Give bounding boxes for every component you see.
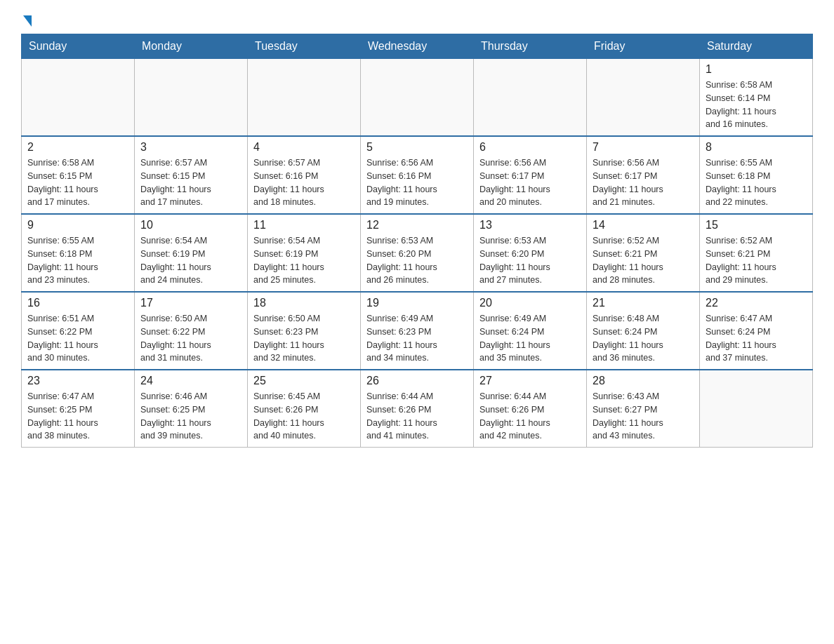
calendar-cell: 13Sunrise: 6:53 AMSunset: 6:20 PMDayligh… — [474, 214, 587, 292]
calendar-cell: 8Sunrise: 6:55 AMSunset: 6:18 PMDaylight… — [700, 136, 813, 214]
calendar-cell: 1Sunrise: 6:58 AMSunset: 6:14 PMDaylight… — [700, 59, 813, 137]
day-number: 15 — [706, 219, 807, 232]
day-info: Sunrise: 6:49 AMSunset: 6:23 PMDaylight:… — [366, 312, 468, 365]
day-info: Sunrise: 6:57 AMSunset: 6:16 PMDaylight:… — [253, 156, 355, 209]
day-number: 1 — [706, 63, 807, 76]
day-number: 8 — [706, 141, 807, 154]
day-info: Sunrise: 6:53 AMSunset: 6:20 PMDaylight:… — [366, 234, 468, 287]
day-info: Sunrise: 6:48 AMSunset: 6:24 PMDaylight:… — [593, 312, 694, 365]
header-thursday: Thursday — [474, 34, 587, 59]
day-number: 11 — [253, 219, 355, 232]
day-number: 3 — [140, 141, 241, 154]
day-info: Sunrise: 6:54 AMSunset: 6:19 PMDaylight:… — [253, 234, 355, 287]
day-info: Sunrise: 6:56 AMSunset: 6:16 PMDaylight:… — [366, 156, 468, 209]
day-number: 2 — [27, 141, 128, 154]
calendar-cell: 14Sunrise: 6:52 AMSunset: 6:21 PMDayligh… — [587, 214, 700, 292]
calendar-cell: 5Sunrise: 6:56 AMSunset: 6:16 PMDaylight… — [361, 136, 474, 214]
day-info: Sunrise: 6:44 AMSunset: 6:26 PMDaylight:… — [479, 390, 581, 443]
calendar-cell: 27Sunrise: 6:44 AMSunset: 6:26 PMDayligh… — [474, 370, 587, 448]
day-number: 12 — [366, 219, 468, 232]
calendar-week-row: 1Sunrise: 6:58 AMSunset: 6:14 PMDaylight… — [22, 59, 813, 137]
calendar-cell — [248, 59, 361, 137]
calendar-cell: 12Sunrise: 6:53 AMSunset: 6:20 PMDayligh… — [361, 214, 474, 292]
day-number: 5 — [366, 141, 468, 154]
day-number: 28 — [593, 375, 694, 387]
header-sunday: Sunday — [22, 34, 135, 59]
calendar-cell: 11Sunrise: 6:54 AMSunset: 6:19 PMDayligh… — [248, 214, 361, 292]
day-info: Sunrise: 6:46 AMSunset: 6:25 PMDaylight:… — [140, 390, 241, 443]
calendar-week-row: 9Sunrise: 6:55 AMSunset: 6:18 PMDaylight… — [22, 214, 813, 292]
day-info: Sunrise: 6:43 AMSunset: 6:27 PMDaylight:… — [593, 390, 694, 443]
day-info: Sunrise: 6:58 AMSunset: 6:14 PMDaylight:… — [706, 79, 807, 131]
day-number: 21 — [593, 297, 694, 309]
day-info: Sunrise: 6:44 AMSunset: 6:26 PMDaylight:… — [366, 390, 468, 443]
header-monday: Monday — [135, 34, 248, 59]
page-header — [21, 14, 813, 25]
calendar-cell: 19Sunrise: 6:49 AMSunset: 6:23 PMDayligh… — [361, 292, 474, 370]
header-friday: Friday — [587, 34, 700, 59]
calendar-cell: 6Sunrise: 6:56 AMSunset: 6:17 PMDaylight… — [474, 136, 587, 214]
header-wednesday: Wednesday — [361, 34, 474, 59]
day-number: 13 — [479, 219, 581, 232]
day-info: Sunrise: 6:53 AMSunset: 6:20 PMDaylight:… — [479, 234, 581, 287]
calendar-week-row: 16Sunrise: 6:51 AMSunset: 6:22 PMDayligh… — [22, 292, 813, 370]
calendar-cell: 17Sunrise: 6:50 AMSunset: 6:22 PMDayligh… — [135, 292, 248, 370]
day-number: 23 — [27, 375, 128, 387]
calendar-week-row: 2Sunrise: 6:58 AMSunset: 6:15 PMDaylight… — [22, 136, 813, 214]
day-info: Sunrise: 6:50 AMSunset: 6:22 PMDaylight:… — [140, 312, 241, 365]
calendar-cell — [135, 59, 248, 137]
calendar-cell: 7Sunrise: 6:56 AMSunset: 6:17 PMDaylight… — [587, 136, 700, 214]
day-info: Sunrise: 6:55 AMSunset: 6:18 PMDaylight:… — [706, 156, 807, 209]
calendar-cell: 25Sunrise: 6:45 AMSunset: 6:26 PMDayligh… — [248, 370, 361, 448]
day-number: 26 — [366, 375, 468, 387]
calendar-cell: 20Sunrise: 6:49 AMSunset: 6:24 PMDayligh… — [474, 292, 587, 370]
day-info: Sunrise: 6:47 AMSunset: 6:24 PMDaylight:… — [706, 312, 807, 365]
logo — [21, 14, 39, 25]
day-number: 9 — [27, 219, 128, 232]
day-info: Sunrise: 6:57 AMSunset: 6:15 PMDaylight:… — [140, 156, 241, 209]
calendar-week-row: 23Sunrise: 6:47 AMSunset: 6:25 PMDayligh… — [22, 370, 813, 448]
day-info: Sunrise: 6:58 AMSunset: 6:15 PMDaylight:… — [27, 156, 128, 209]
calendar-cell: 2Sunrise: 6:58 AMSunset: 6:15 PMDaylight… — [22, 136, 135, 214]
calendar-cell — [361, 59, 474, 137]
day-info: Sunrise: 6:50 AMSunset: 6:23 PMDaylight:… — [253, 312, 355, 365]
calendar-cell — [22, 59, 135, 137]
day-number: 20 — [479, 297, 581, 309]
calendar-cell — [474, 59, 587, 137]
day-number: 4 — [253, 141, 355, 154]
day-info: Sunrise: 6:47 AMSunset: 6:25 PMDaylight:… — [27, 390, 128, 443]
day-number: 18 — [253, 297, 355, 309]
day-info: Sunrise: 6:56 AMSunset: 6:17 PMDaylight:… — [479, 156, 581, 209]
day-info: Sunrise: 6:54 AMSunset: 6:19 PMDaylight:… — [140, 234, 241, 287]
header-saturday: Saturday — [700, 34, 813, 59]
calendar-cell: 15Sunrise: 6:52 AMSunset: 6:21 PMDayligh… — [700, 214, 813, 292]
day-number: 25 — [253, 375, 355, 387]
day-number: 7 — [593, 141, 694, 154]
day-info: Sunrise: 6:51 AMSunset: 6:22 PMDaylight:… — [27, 312, 128, 365]
calendar-table: SundayMondayTuesdayWednesdayThursdayFrid… — [21, 34, 813, 448]
calendar-cell: 10Sunrise: 6:54 AMSunset: 6:19 PMDayligh… — [135, 214, 248, 292]
logo-triangle-icon — [23, 15, 32, 27]
day-info: Sunrise: 6:56 AMSunset: 6:17 PMDaylight:… — [593, 156, 694, 209]
calendar-cell: 18Sunrise: 6:50 AMSunset: 6:23 PMDayligh… — [248, 292, 361, 370]
header-tuesday: Tuesday — [248, 34, 361, 59]
calendar-cell: 26Sunrise: 6:44 AMSunset: 6:26 PMDayligh… — [361, 370, 474, 448]
calendar-header-row: SundayMondayTuesdayWednesdayThursdayFrid… — [22, 34, 813, 59]
calendar-cell: 3Sunrise: 6:57 AMSunset: 6:15 PMDaylight… — [135, 136, 248, 214]
calendar-cell: 28Sunrise: 6:43 AMSunset: 6:27 PMDayligh… — [587, 370, 700, 448]
day-number: 19 — [366, 297, 468, 309]
calendar-cell: 4Sunrise: 6:57 AMSunset: 6:16 PMDaylight… — [248, 136, 361, 214]
day-number: 14 — [593, 219, 694, 232]
calendar-cell: 9Sunrise: 6:55 AMSunset: 6:18 PMDaylight… — [22, 214, 135, 292]
calendar-cell: 21Sunrise: 6:48 AMSunset: 6:24 PMDayligh… — [587, 292, 700, 370]
day-info: Sunrise: 6:52 AMSunset: 6:21 PMDaylight:… — [706, 234, 807, 287]
day-info: Sunrise: 6:45 AMSunset: 6:26 PMDaylight:… — [253, 390, 355, 443]
day-number: 6 — [479, 141, 581, 154]
day-number: 27 — [479, 375, 581, 387]
day-info: Sunrise: 6:49 AMSunset: 6:24 PMDaylight:… — [479, 312, 581, 365]
calendar-cell: 23Sunrise: 6:47 AMSunset: 6:25 PMDayligh… — [22, 370, 135, 448]
day-info: Sunrise: 6:55 AMSunset: 6:18 PMDaylight:… — [27, 234, 128, 287]
day-number: 16 — [27, 297, 128, 309]
day-number: 10 — [140, 219, 241, 232]
calendar-cell: 16Sunrise: 6:51 AMSunset: 6:22 PMDayligh… — [22, 292, 135, 370]
